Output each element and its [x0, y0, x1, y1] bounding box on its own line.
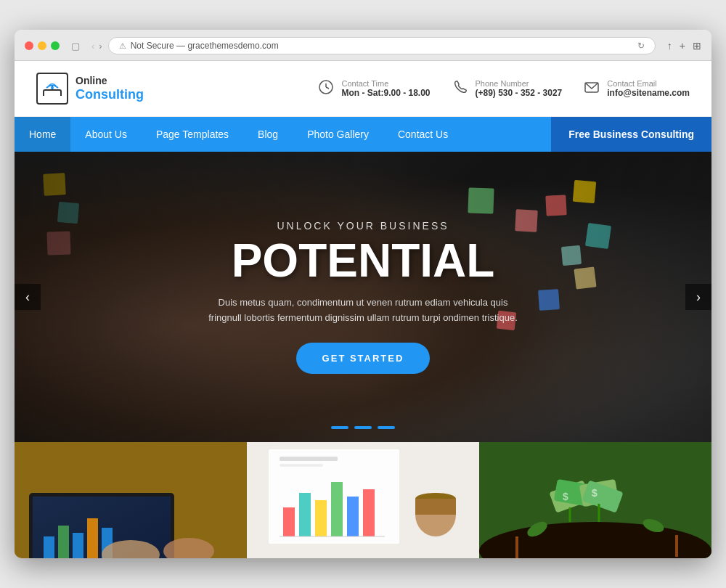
maximize-button[interactable]: [51, 41, 60, 50]
contact-time-value: Mon - Sat:9.00 - 18.00: [341, 88, 430, 98]
svg-rect-25: [331, 482, 343, 536]
nav-item-home[interactable]: Home: [15, 117, 70, 152]
hero-cta-button[interactable]: GET STARTED: [296, 343, 431, 374]
contact-time-label: Contact Time: [341, 79, 430, 88]
header-info: Contact Time Mon - Sat:9.00 - 18.00 Phon…: [318, 79, 690, 99]
site-nav: Home About Us Page Templates Blog Photo …: [15, 117, 711, 152]
back-forward: ‹ ›: [91, 41, 102, 52]
grid-icon[interactable]: ⊞: [693, 40, 701, 52]
svg-text:$: $: [592, 487, 597, 499]
svg-rect-20: [280, 457, 338, 461]
add-tab-icon[interactable]: +: [680, 40, 685, 52]
svg-rect-11: [44, 536, 54, 558]
address-bar[interactable]: ⚠ Not Secure — gracethemesdemo.com ↻: [108, 37, 656, 54]
email-icon: [584, 79, 600, 99]
clock-icon: [318, 79, 334, 99]
svg-rect-13: [73, 533, 83, 558]
svg-line-5: [326, 87, 329, 89]
email-text: Contact Email info@sitename.com: [607, 79, 690, 98]
slider-next-button[interactable]: ›: [685, 284, 711, 310]
window-icon[interactable]: ▢: [71, 41, 80, 52]
site-header: Online Consulting Contact Time: [15, 61, 711, 117]
refresh-icon[interactable]: ↻: [637, 41, 645, 51]
logo-line2: Consulting: [76, 87, 144, 103]
browser-window: ▢ ‹ › ⚠ Not Secure — gracethemesdemo.com…: [15, 30, 711, 558]
hero-title: POTENTIAL: [232, 237, 495, 284]
hero-content: UNLOCK YOUR BUSINESS POTENTIAL Duis metu…: [15, 152, 711, 442]
browser-chrome: ▢ ‹ › ⚠ Not Secure — gracethemesdemo.com…: [15, 30, 711, 61]
phone-label: Phone Number: [476, 79, 563, 88]
hero-subtitle: UNLOCK YOUR BUSINESS: [277, 220, 449, 232]
logo-text: Online Consulting: [76, 75, 144, 102]
phone-icon: [452, 79, 468, 99]
svg-rect-14: [87, 518, 98, 558]
slider-dot-3[interactable]: [378, 426, 395, 429]
svg-rect-44: [515, 536, 518, 558]
nav-items: Home About Us Page Templates Blog Photo …: [15, 117, 551, 152]
phone-value: (+89) 530 - 352 - 3027: [476, 88, 563, 98]
grid-cell-money: $ $: [479, 442, 711, 558]
logo-icon: [36, 73, 68, 105]
svg-rect-45: [675, 535, 678, 557]
svg-rect-27: [363, 489, 375, 536]
svg-rect-23: [299, 493, 311, 536]
slider-dots: [331, 426, 395, 429]
browser-actions: ↑ + ⊞: [667, 40, 701, 52]
back-button[interactable]: ‹: [91, 41, 94, 52]
grid-cell-laptop: [15, 442, 247, 558]
svg-point-2: [51, 86, 54, 89]
nav-cta-button[interactable]: Free Business Consulting: [551, 117, 711, 152]
close-button[interactable]: [25, 41, 33, 50]
url-text: Not Secure — gracethemesdemo.com: [131, 41, 279, 51]
slider-dot-2[interactable]: [354, 426, 372, 429]
slider-dot-1[interactable]: [331, 426, 348, 429]
nav-item-gallery[interactable]: Photo Gallery: [293, 117, 383, 152]
svg-rect-22: [283, 507, 295, 536]
svg-rect-26: [347, 497, 359, 536]
hero-description: Duis metus quam, condimentum ut venen ru…: [203, 295, 523, 326]
security-icon: ⚠: [119, 41, 126, 51]
website-content: Online Consulting Contact Time: [15, 61, 711, 558]
svg-text:$: $: [563, 491, 568, 502]
grid-cell-charts: [247, 442, 479, 558]
svg-rect-24: [315, 500, 327, 536]
nav-item-about[interactable]: About Us: [70, 117, 142, 152]
forward-button[interactable]: ›: [99, 41, 102, 52]
logo-line1: Online: [76, 75, 144, 87]
email-label: Contact Email: [607, 79, 690, 88]
hero-slider: ‹ › UNLOCK YOUR BUSINESS POTENTIAL Duis …: [15, 152, 711, 442]
phone-item: Phone Number (+89) 530 - 352 - 3027: [452, 79, 563, 99]
share-icon[interactable]: ↑: [667, 40, 672, 52]
minimize-button[interactable]: [38, 41, 46, 50]
svg-rect-31: [415, 499, 456, 515]
image-grid: $ $: [15, 442, 711, 558]
slider-prev-button[interactable]: ‹: [15, 284, 41, 310]
logo[interactable]: Online Consulting: [36, 73, 152, 105]
svg-rect-0: [44, 90, 61, 96]
contact-time-text: Contact Time Mon - Sat:9.00 - 18.00: [341, 79, 430, 98]
phone-text: Phone Number (+89) 530 - 352 - 3027: [476, 79, 563, 98]
email-item: Contact Email info@sitename.com: [584, 79, 690, 99]
svg-rect-21: [280, 464, 323, 467]
nav-item-templates[interactable]: Page Templates: [142, 117, 243, 152]
email-value: info@sitename.com: [607, 88, 690, 98]
traffic-lights: [25, 41, 60, 50]
contact-time-item: Contact Time Mon - Sat:9.00 - 18.00: [318, 79, 430, 99]
nav-item-blog[interactable]: Blog: [243, 117, 293, 152]
browser-navigation: ▢: [71, 41, 80, 52]
nav-item-contact[interactable]: Contact Us: [383, 117, 462, 152]
svg-rect-12: [58, 526, 69, 558]
